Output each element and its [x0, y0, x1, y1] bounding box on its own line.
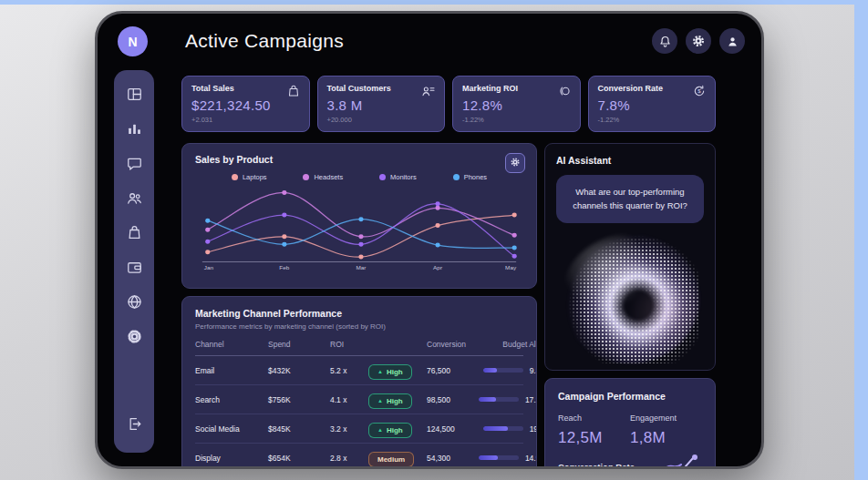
col-roi[interactable]: ROI	[330, 340, 368, 349]
table-row-display[interactable]: Display$654K2.8 xMedium54,30014.9%	[195, 444, 523, 469]
sidebar-item-analytics[interactable]	[121, 117, 147, 143]
x-tick-feb: Feb	[279, 264, 289, 271]
point-phones[interactable]	[358, 217, 363, 221]
table-title: Marketing Channel Performance	[195, 308, 523, 319]
table-row-social-media[interactable]: Social Media$845K3.2 x▲High124,50019.3%	[195, 414, 523, 444]
stat-card-total-customers[interactable]: Total Customers3.8 M+20.000	[317, 76, 446, 132]
stat-card-conversion-rate[interactable]: Conversion Rate$7.8%-1.22%	[588, 76, 717, 132]
up-triangle-icon: ▲	[377, 427, 383, 433]
sidebar-item-wallet[interactable]	[121, 256, 147, 281]
stat-card-marketing-roi[interactable]: Marketing ROI12.8%-1.22%	[452, 76, 581, 132]
stat-label: Total Sales	[191, 84, 300, 93]
allocation-percent: 14.9%	[525, 454, 537, 463]
col-conversion[interactable]: Conversion	[427, 340, 466, 349]
allocation-bar-fill	[479, 397, 496, 402]
ai-question-bubble[interactable]: What are our top-performing channels thi…	[556, 175, 704, 223]
notifications-button[interactable]	[652, 28, 677, 54]
legend-item-monitors[interactable]: Monitors	[379, 173, 417, 181]
sidebar-item-customers[interactable]	[121, 187, 147, 212]
legend-label: Phones	[464, 173, 487, 181]
point-laptops[interactable]	[358, 255, 363, 260]
ai-assistant-card: AI Assistant What are our top-performing…	[544, 143, 716, 371]
x-tick-mar: Mar	[356, 264, 366, 271]
sidebar-item-globe[interactable]	[121, 291, 147, 316]
customers-icon	[126, 189, 143, 209]
stat-label: Marketing ROI	[462, 84, 571, 93]
point-headsets[interactable]	[205, 228, 210, 232]
sidebar-item-settings[interactable]	[121, 325, 147, 351]
legend-item-phones[interactable]: Phones	[453, 173, 487, 181]
point-monitors[interactable]	[358, 242, 363, 247]
dashboard-icon	[126, 86, 143, 106]
point-laptops[interactable]	[205, 250, 210, 254]
top-blue-strip	[0, 0, 868, 5]
cell-roi: 5.2 x	[330, 366, 368, 375]
cell-budget-allocation: 17.2%	[450, 395, 537, 404]
disc-icon	[557, 84, 572, 102]
point-monitors[interactable]	[512, 254, 517, 259]
ai-title: AI Assistant	[556, 155, 704, 166]
cell-roi: 4.1 x	[330, 395, 368, 404]
cell-spend: $845K	[268, 424, 330, 434]
legend-item-headsets[interactable]: Headsets	[303, 173, 343, 181]
avatar[interactable]: N	[118, 26, 148, 56]
sidebar-item-orders[interactable]	[121, 221, 147, 247]
point-headsets[interactable]	[358, 234, 363, 239]
point-laptops[interactable]	[512, 213, 517, 218]
legend-dot	[453, 174, 460, 180]
gear-icon	[510, 157, 521, 170]
cell-budget-allocation: 14.9%	[450, 454, 537, 463]
stat-value: 7.8%	[598, 97, 707, 113]
torus-highlight	[561, 234, 699, 363]
point-phones[interactable]	[436, 243, 440, 248]
x-tick-apr: Apr	[433, 264, 442, 271]
bell-icon	[658, 35, 672, 48]
col-budget-allocation[interactable]: Budget Allocation	[466, 340, 537, 349]
sidebar-item-dashboard[interactable]	[121, 83, 147, 108]
point-monitors[interactable]	[436, 201, 440, 206]
up-triangle-icon: ▲	[377, 369, 383, 374]
chart-title: Sales by Product	[195, 154, 523, 165]
table-row-email[interactable]: Email$432K5.2 x▲High76,5009.8%	[195, 356, 523, 385]
svg-text:$: $	[698, 88, 701, 94]
point-headsets[interactable]	[436, 206, 440, 210]
profile-button[interactable]	[719, 28, 745, 54]
point-phones[interactable]	[282, 242, 286, 247]
stat-label: Total Customers	[327, 84, 436, 93]
point-headsets[interactable]	[512, 233, 517, 238]
badge-label: High	[387, 397, 403, 405]
settings-button[interactable]	[686, 28, 711, 54]
metric-reach: Reach 12,5M	[558, 414, 630, 447]
stat-card-total-sales[interactable]: Total Sales$221,324.50+2.031	[181, 76, 310, 132]
desktop-background: N Active Campaigns Total Sales$221,324.5…	[0, 0, 868, 480]
legend-item-laptops[interactable]: Laptops	[232, 173, 267, 181]
cell-roi: 2.8 x	[330, 454, 368, 463]
stat-delta: +20.000	[327, 116, 436, 124]
chart-settings-button[interactable]	[505, 153, 525, 173]
col-spend[interactable]: Spend	[268, 340, 330, 349]
allocation-bar-fill	[483, 426, 508, 431]
col-channel[interactable]: Channel	[195, 340, 268, 349]
point-phones[interactable]	[512, 246, 517, 250]
table-row-search[interactable]: Search$756K4.1 x▲High98,50017.2%	[195, 385, 523, 414]
table-subtitle: Performance metrics by marketing channel…	[195, 322, 523, 331]
cell-conversion: 98,500	[427, 395, 450, 404]
sidebar-item-messages[interactable]	[121, 152, 147, 178]
point-laptops[interactable]	[436, 223, 440, 228]
point-monitors[interactable]	[205, 240, 210, 244]
sidebar-item-logout[interactable]	[121, 413, 147, 438]
cell-conversion: 124,500	[427, 424, 455, 434]
legend-label: Headsets	[314, 173, 343, 181]
legend-label: Monitors	[390, 173, 417, 181]
x-tick-jan: Jan	[204, 264, 214, 271]
legend-dot	[232, 174, 238, 180]
point-headsets[interactable]	[282, 190, 286, 195]
chart-legend: LaptopsHeadsetsMonitorsPhones	[195, 173, 523, 181]
point-monitors[interactable]	[282, 213, 286, 218]
wallet-icon	[126, 259, 143, 279]
roi-level-badge: ▲High	[368, 393, 412, 409]
cell-channel: Display	[195, 454, 268, 463]
cell-spend: $756K	[268, 395, 330, 404]
point-phones[interactable]	[205, 219, 210, 223]
point-laptops[interactable]	[282, 234, 286, 239]
